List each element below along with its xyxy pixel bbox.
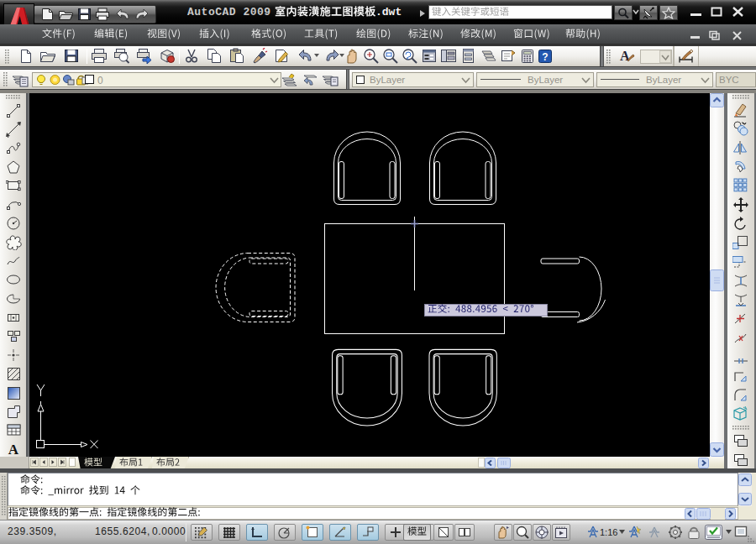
svg-text:?: ? [542, 51, 548, 63]
svg-text:A: A [8, 442, 19, 458]
